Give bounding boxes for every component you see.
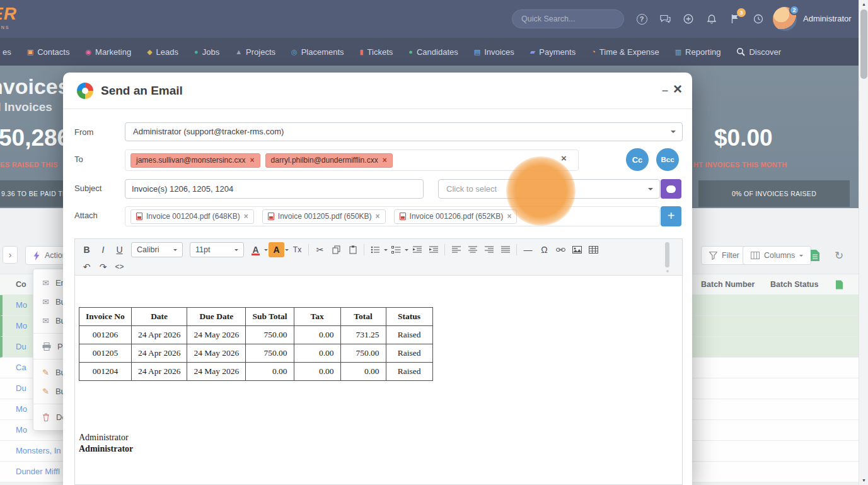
insert-link-button[interactable] [553,242,569,257]
numbered-list-button[interactable] [388,242,404,257]
align-right-icon [485,246,494,254]
text-color-button[interactable]: A [248,242,263,257]
table-row: 001204 24 Apr 2026 24 May 2026 0.00 0.00… [79,363,433,381]
horizontal-rule-button[interactable]: — [520,242,536,257]
scrollbar-up-arrow[interactable]: ▲ [859,0,868,9]
cc-button[interactable]: Cc [626,148,649,171]
copy-button[interactable] [328,242,344,257]
email-app-icon [77,83,93,99]
cell-due-date: 24 May 2026 [187,363,246,381]
outdent-button[interactable] [409,242,425,257]
attachments-field[interactable]: Invoice 001204.pdf (648KB) × Invoice 001… [125,206,660,226]
cell-status: Raised [386,344,432,363]
cell-tax: 0.00 [294,344,340,363]
modal-title: Send an Email [101,84,183,98]
subject-input[interactable] [125,179,424,199]
cell-date: 24 Apr 2026 [131,363,187,381]
copy-icon [332,245,341,254]
code-view-button[interactable]: <> [112,259,127,274]
from-select[interactable]: Administrator (support@tracker-rms.com) [125,122,683,141]
cell-invoice-no: 001205 [79,344,132,363]
page-scrollbar[interactable]: ▲ ▼ [859,0,868,485]
pdf-file-icon [268,213,274,220]
align-left-icon [452,246,461,254]
align-left-button[interactable] [448,242,464,257]
cell-due-date: 24 May 2026 [187,344,246,363]
to-field[interactable]: james.sullivan@monstersinc.cxx × darryl.… [125,149,579,171]
remove-recipient-icon[interactable]: × [383,156,387,165]
cell-status: Raised [386,326,432,344]
scrollbar-thumb[interactable] [860,9,867,79]
attachment-tag[interactable]: Invoice 001206.pdf (652KB) × [394,209,518,224]
toolbar-divider [444,244,445,255]
clear-formatting-button[interactable]: Tx [289,242,305,257]
editor-toolbar-scrollbar[interactable] [665,242,669,267]
table-icon [589,246,598,254]
underline-button[interactable]: U [112,242,127,257]
email-body-content[interactable]: Invoice No Date Due Date Sub Total Tax T… [75,276,682,484]
chat-bubble-icon [666,185,676,193]
remove-attachment-icon[interactable]: × [376,212,380,221]
cell-invoice-no: 001204 [79,363,132,381]
highlight-color-button[interactable]: A [269,242,284,257]
italic-button[interactable]: I [95,242,111,257]
column-header: Total [340,308,386,326]
editor-toolbar-row-1: B I U Calibri 11pt A A Tx ✂ [79,241,678,258]
remove-attachment-icon[interactable]: × [507,212,511,221]
chevron-down-icon [285,249,289,253]
scrollbar-down-arrow[interactable]: ▼ [859,476,868,485]
chevron-down-icon [405,249,408,253]
indent-icon [429,246,438,254]
cell-sub-total: 0.00 [246,363,294,381]
undo-button[interactable]: ↶ [79,259,95,274]
template-select[interactable]: Click to select [438,179,660,199]
bold-button[interactable]: B [79,242,95,257]
minimize-button[interactable]: – [662,84,668,97]
align-right-button[interactable] [481,242,497,257]
cell-date: 24 Apr 2026 [131,326,187,344]
cell-total: 750.00 [340,344,386,363]
email-invoice-table: Invoice No Date Due Date Sub Total Tax T… [79,307,433,381]
to-label: To [74,155,83,164]
editor-toolbar-row-2: ↶ ↷ <> [79,258,678,275]
column-header: Due Date [187,308,246,326]
bcc-button[interactable]: Bcc [656,148,679,171]
recipient-tag[interactable]: darryl.philbin@dundermifflin.cxx × [265,153,393,168]
cell-tax: 0.00 [294,326,340,344]
cut-button[interactable]: ✂ [312,242,328,257]
signature-line-2: Administrator [79,444,133,454]
clear-recipients-icon[interactable]: × [561,153,567,163]
add-attachment-button[interactable]: + [661,206,681,226]
editor-toolbar: B I U Calibri 11pt A A Tx ✂ [75,239,682,276]
font-size-select[interactable]: 11pt [190,242,244,257]
numbered-list-icon [391,246,401,254]
message-template-button[interactable] [661,179,681,199]
insert-image-button[interactable] [569,242,585,257]
table-row: 001205 24 Apr 2026 24 May 2026 750.00 0.… [79,344,433,363]
column-header: Status [386,308,432,326]
close-icon[interactable]: × [673,80,682,98]
chevron-down-icon [384,249,388,253]
redo-button[interactable]: ↷ [95,259,111,274]
indent-button[interactable] [425,242,441,257]
align-justify-icon [501,246,510,254]
toolbar-divider [364,244,364,255]
cell-total: 0.00 [340,363,386,381]
insert-table-button[interactable] [586,242,601,257]
font-family-select[interactable]: Calibri [131,242,183,257]
bullet-list-button[interactable] [367,242,383,257]
attachment-tag[interactable]: Invoice 001204.pdf (648KB) × [130,209,254,224]
attachment-tag[interactable]: Invoice 001205.pdf (650KB) × [262,209,386,224]
toolbar-divider [308,244,309,255]
column-header: Tax [294,308,340,326]
special-character-button[interactable]: Ω [536,242,552,257]
font-family-value: Calibri [137,245,159,254]
align-center-button[interactable] [465,242,480,257]
remove-attachment-icon[interactable]: × [244,212,248,221]
recipient-tag[interactable]: james.sullivan@monstersinc.cxx × [130,153,260,168]
table-header-row: Invoice No Date Due Date Sub Total Tax T… [79,308,433,326]
align-justify-button[interactable] [497,242,513,257]
remove-recipient-icon[interactable]: × [250,156,255,165]
cell-invoice-no: 001206 [79,326,132,344]
paste-button[interactable] [345,242,361,257]
